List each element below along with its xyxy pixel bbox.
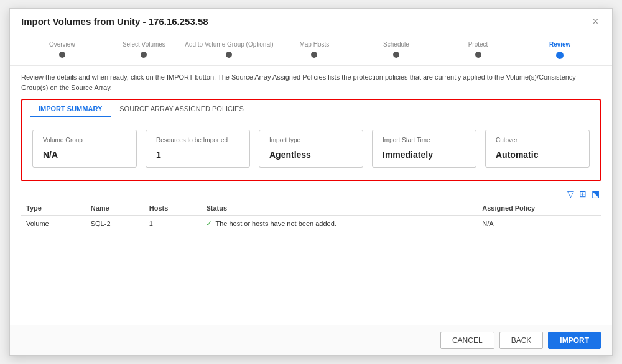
step-schedule: Schedule bbox=[355, 41, 437, 58]
step-protect-label: Protect bbox=[468, 41, 488, 48]
filter-icon[interactable]: ▽ bbox=[567, 189, 574, 199]
step-overview-line bbox=[62, 58, 144, 58]
step-review: Review bbox=[519, 41, 601, 59]
col-header-assigned-policy: Assigned Policy bbox=[477, 201, 601, 216]
check-icon: ✓ bbox=[206, 219, 212, 228]
step-overview-dot bbox=[59, 52, 65, 58]
cell-type: Volume bbox=[21, 216, 86, 232]
step-overview-label: Overview bbox=[49, 41, 75, 48]
status-cell: ✓ The host or hosts have not been added. bbox=[206, 219, 472, 228]
tab-import-summary[interactable]: IMPORT SUMMARY bbox=[30, 100, 111, 117]
cancel-button[interactable]: CANCEL bbox=[440, 332, 494, 349]
dialog-body: Review the details and when ready, click… bbox=[10, 66, 612, 325]
card-import-type-label: Import type bbox=[269, 137, 300, 143]
step-schedule-label: Schedule bbox=[383, 41, 409, 48]
step-review-label: Review bbox=[549, 41, 570, 48]
step-review-dot bbox=[556, 52, 564, 59]
card-resources: Resources to be Imported 1 bbox=[146, 130, 250, 168]
dialog-title: Import Volumes from Unity - 176.16.253.5… bbox=[21, 16, 208, 27]
step-overview: Overview bbox=[21, 41, 103, 58]
card-volume-group: Volume Group N/A bbox=[32, 130, 137, 168]
dialog-header: Import Volumes from Unity - 176.16.253.5… bbox=[10, 9, 612, 32]
step-map-hosts-dot bbox=[311, 52, 317, 58]
data-table: Type Name Hosts Status Assigned Policy V… bbox=[21, 201, 601, 232]
card-import-start-time-value: Immediately bbox=[383, 150, 433, 160]
stepper: Overview Select Volumes Add to Volume Gr… bbox=[10, 32, 612, 66]
card-cutover-value: Automatic bbox=[496, 150, 538, 160]
step-select-volumes: Select Volumes bbox=[103, 41, 185, 58]
tabs-section: IMPORT SUMMARY SOURCE ARRAY ASSIGNED POL… bbox=[21, 99, 601, 181]
step-add-volume-group-label: Add to Volume Group (Optional) bbox=[185, 41, 273, 48]
step-map-hosts-line bbox=[314, 58, 396, 58]
card-volume-group-value: N/A bbox=[43, 150, 58, 160]
step-schedule-line bbox=[396, 58, 478, 58]
cell-assigned-policy: N/A bbox=[477, 216, 601, 232]
step-add-volume-group-line bbox=[229, 58, 317, 58]
step-select-volumes-dot bbox=[141, 52, 147, 58]
col-header-status: Status bbox=[201, 201, 477, 216]
cell-status: ✓ The host or hosts have not been added. bbox=[201, 216, 477, 232]
summary-cards: Volume Group N/A Resources to be Importe… bbox=[22, 117, 600, 180]
step-add-volume-group: Add to Volume Group (Optional) bbox=[185, 41, 273, 58]
step-select-volumes-label: Select Volumes bbox=[123, 41, 165, 48]
dialog-footer: CANCEL BACK IMPORT bbox=[10, 325, 612, 355]
card-cutover: Cutover Automatic bbox=[485, 130, 590, 168]
col-header-type: Type bbox=[21, 201, 86, 216]
step-add-volume-group-dot bbox=[226, 52, 232, 58]
step-map-hosts-label: Map Hosts bbox=[299, 41, 329, 48]
status-text: The host or hosts have not been added. bbox=[215, 220, 336, 227]
step-select-volumes-line bbox=[144, 58, 226, 58]
export-icon[interactable]: ⬔ bbox=[592, 189, 600, 199]
cell-hosts: 1 bbox=[144, 216, 202, 232]
tabs-bar: IMPORT SUMMARY SOURCE ARRAY ASSIGNED POL… bbox=[22, 100, 600, 117]
card-import-start-time: Import Start Time Immediately bbox=[372, 130, 476, 168]
col-header-name: Name bbox=[86, 201, 144, 216]
back-button[interactable]: BACK bbox=[499, 332, 544, 349]
review-description: Review the details and when ready, click… bbox=[21, 72, 601, 93]
step-map-hosts: Map Hosts bbox=[274, 41, 356, 58]
table-header-row: Type Name Hosts Status Assigned Policy bbox=[21, 201, 601, 216]
import-button[interactable]: IMPORT bbox=[548, 332, 601, 349]
col-header-hosts: Hosts bbox=[144, 201, 202, 216]
card-import-type: Import type Agentless bbox=[259, 130, 363, 168]
card-cutover-label: Cutover bbox=[496, 137, 518, 143]
step-protect-dot bbox=[475, 52, 481, 58]
step-protect: Protect bbox=[437, 41, 519, 58]
tab-source-array-policies[interactable]: SOURCE ARRAY ASSIGNED POLICIES bbox=[111, 100, 253, 117]
card-import-start-time-label: Import Start Time bbox=[383, 137, 430, 143]
card-resources-value: 1 bbox=[156, 150, 161, 160]
step-protect-line bbox=[478, 58, 560, 58]
close-button[interactable]: × bbox=[590, 17, 601, 27]
import-dialog: Import Volumes from Unity - 176.16.253.5… bbox=[9, 8, 613, 356]
columns-icon[interactable]: ⊞ bbox=[579, 189, 587, 199]
table-row: Volume SQL-2 1 ✓ The host or hosts have … bbox=[21, 216, 601, 232]
step-schedule-dot bbox=[393, 52, 399, 58]
cell-name: SQL-2 bbox=[86, 216, 144, 232]
card-volume-group-label: Volume Group bbox=[43, 137, 83, 143]
card-import-type-value: Agentless bbox=[269, 150, 311, 160]
table-toolbar: ▽ ⊞ ⬔ bbox=[21, 189, 601, 199]
card-resources-label: Resources to be Imported bbox=[156, 137, 228, 143]
